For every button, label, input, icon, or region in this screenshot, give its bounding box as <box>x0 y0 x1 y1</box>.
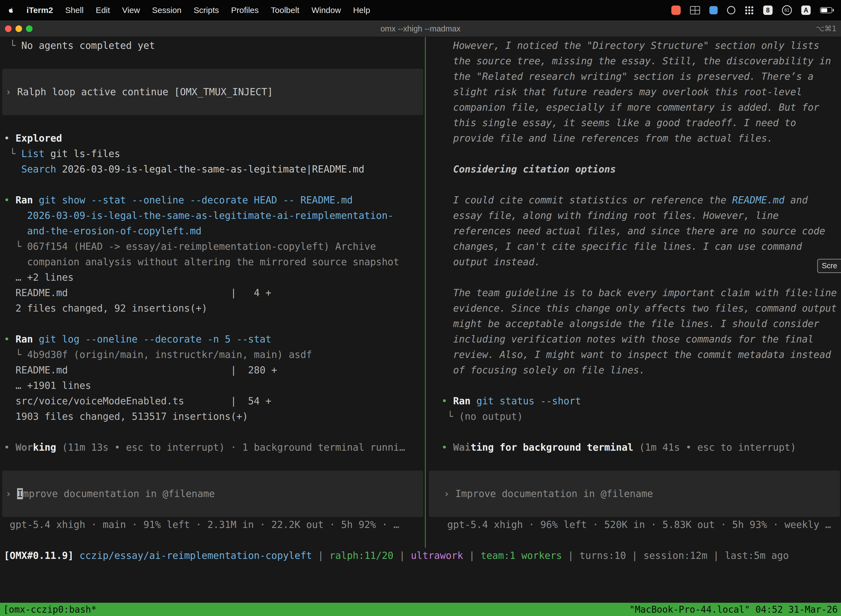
battery-body <box>820 7 832 13</box>
text-segment: Ran <box>15 334 33 345</box>
terminal-row: … +1901 lines <box>4 378 425 393</box>
terminal-row: companion analysis without altering the … <box>4 254 425 270</box>
composer-input[interactable]: › Improve documentation in @filename <box>429 471 840 517</box>
omx-status-bar: [OMX#0.11.9] cczip/essay/ai-reimplementa… <box>0 548 841 563</box>
terminal-row: review. Also, I might want to inspect th… <box>441 347 841 362</box>
terminal-row: references need actual files, and since … <box>441 223 841 239</box>
blank-row <box>4 53 425 69</box>
text-segment: Wai <box>453 442 470 453</box>
text-segment: session:12m <box>643 550 708 561</box>
text-segment: gpt-5.4 xhigh · 96% left · 520K in · 5.8… <box>441 519 831 530</box>
grid-app-icon[interactable] <box>690 6 700 14</box>
terminal-row: this single essay, it seems like a good … <box>441 115 841 131</box>
menu-profiles[interactable]: Profiles <box>231 6 259 15</box>
text-segment: might be acceptable alongside the file l… <box>441 318 819 329</box>
key-8-icon[interactable]: 8 <box>763 6 772 15</box>
menu-edit[interactable]: Edit <box>96 6 110 15</box>
terminal-row: README.md | 280 + <box>4 362 425 378</box>
dots-grid-icon[interactable] <box>745 6 754 15</box>
terminal-row: the "Related research writing" section i… <box>441 69 841 84</box>
blank-row <box>4 177 425 192</box>
text-segment: • <box>441 396 453 406</box>
text-segment: git ls-files <box>45 148 120 159</box>
menu-session[interactable]: Session <box>152 6 182 15</box>
terminal-row: └ 067f154 (HEAD -> essay/ai-reimplementa… <box>4 239 425 254</box>
text-segment: ting for background terminal <box>470 442 633 453</box>
text-segment: 1903 files changed, 513517 insertions(+) <box>4 411 248 422</box>
terminal-row: output instead. <box>441 254 841 270</box>
text-segment: output instead. <box>441 257 540 267</box>
text-segment: | <box>463 550 481 561</box>
text-segment: The team guideline is to back every impo… <box>441 287 837 298</box>
macos-menu-bar: iTerm2ShellEditViewSessionScriptsProfile… <box>0 0 841 21</box>
menu-toolbelt[interactable]: Toolbelt <box>271 6 299 15</box>
terminal-pane-right[interactable]: However, I noticed the "Directory Struct… <box>426 37 841 532</box>
terminal-row: The team guideline is to back every impo… <box>441 285 841 301</box>
text-segment: Explored <box>15 133 62 144</box>
text-segment: the source tree, missing the essay. Stil… <box>441 56 831 66</box>
text-segment: … +2 lines <box>4 272 74 283</box>
text-segment: king <box>33 442 56 453</box>
terminal-row: slight risk that future readers may over… <box>441 84 841 100</box>
text-segment: changes, I can't cite specific file line… <box>441 241 802 252</box>
text-segment: However, I noticed the "Directory Struct… <box>441 40 819 51</box>
terminal-row: src/voice/voiceModeEnabled.ts | 54 + <box>4 393 425 409</box>
text-segment: README.md <box>732 195 785 205</box>
text-segment: 2026-03-09-is-legal-the-same-as-legitima… <box>56 164 365 175</box>
terminal-row: 1903 files changed, 513517 insertions(+) <box>4 409 425 424</box>
apple-menu-icon[interactable] <box>7 6 14 14</box>
text-segment: Wor <box>15 442 33 453</box>
blank-row <box>441 378 841 393</box>
text-segment: README.md | 280 + <box>4 365 277 375</box>
text-segment: • <box>4 334 15 345</box>
blue-app-icon[interactable] <box>709 6 718 14</box>
text-segment: Ran <box>15 195 33 205</box>
blank-row <box>441 455 841 471</box>
input-source-icon[interactable]: A <box>801 6 811 15</box>
text-segment: List <box>21 148 44 159</box>
battery-percent-badge-icon[interactable]: 61 <box>782 5 792 15</box>
menu-view[interactable]: View <box>122 6 140 15</box>
tmux-host-time: "MacBook-Pro-44.local" 04:52 31-Mar-26 <box>629 604 838 615</box>
window-title-bar[interactable]: omx --xhigh --madmax ⌥⌘1 <box>0 21 841 37</box>
text-segment: and-the-erosion-of-copyleft.md <box>4 226 201 236</box>
menu-help[interactable]: Help <box>353 6 370 15</box>
thinking-heading: Considering citation options <box>441 161 841 177</box>
terminal-row: of focusing solely on file lines. <box>441 362 841 378</box>
text-segment: team:1 workers <box>481 550 562 561</box>
text-segment: … +1901 lines <box>4 380 91 391</box>
screen-recording-indicator-icon[interactable] <box>671 6 681 15</box>
text-segment: | <box>562 550 579 561</box>
menu-items: iTerm2ShellEditViewSessionScriptsProfile… <box>26 6 370 15</box>
blank-row <box>441 177 841 192</box>
menu-scripts[interactable]: Scripts <box>194 6 219 15</box>
text-segment: turns:10 <box>579 550 626 561</box>
terminal-row: … +2 lines <box>4 270 425 285</box>
terminal-pane-left[interactable]: └ No agents completed yet› Ralph loop ac… <box>0 37 425 532</box>
terminal-row: might be acceptable alongside the file l… <box>441 316 841 331</box>
text-segment: 2 files changed, 92 insertions(+) <box>4 303 208 314</box>
circle-app-icon[interactable] <box>727 6 736 14</box>
terminal-row: provide file and line references from th… <box>441 131 841 146</box>
text-segment: companion analysis without altering the … <box>4 257 399 267</box>
terminal-row: • Ran git log --oneline --decorate -n 5 … <box>4 331 425 347</box>
menu-shell[interactable]: Shell <box>65 6 84 15</box>
pane-divider[interactable] <box>425 37 426 548</box>
composer-input[interactable]: › Improve documentation in @filename <box>2 471 423 517</box>
menu-window[interactable]: Window <box>312 6 341 15</box>
ralph-loop-banner: › Ralph loop active continue [OMX_TMUX_I… <box>2 69 423 115</box>
text-segment: essay file, along with finding root file… <box>441 210 779 221</box>
terminal-row: › Ralph loop active continue [OMX_TMUX_I… <box>6 84 273 100</box>
screen-overlay-clipped: Scre <box>817 259 841 273</box>
blank-row <box>4 455 425 471</box>
menu-iterm2[interactable]: iTerm2 <box>26 6 53 15</box>
text-segment: No agents completed yet <box>21 40 155 51</box>
text-segment: | <box>626 550 643 561</box>
text-segment: I <box>17 488 23 499</box>
terminal-row: › Improve documentation in @filename <box>6 486 215 502</box>
battery-icon[interactable] <box>820 7 834 13</box>
text-segment: gpt-5.4 xhigh · main · 91% left · 2.31M … <box>4 519 399 530</box>
terminal-row: 2 files changed, 92 insertions(+) <box>4 301 425 316</box>
terminal-row: └ No agents completed yet <box>4 38 425 53</box>
text-segment: the "Related research writing" section i… <box>441 71 814 82</box>
